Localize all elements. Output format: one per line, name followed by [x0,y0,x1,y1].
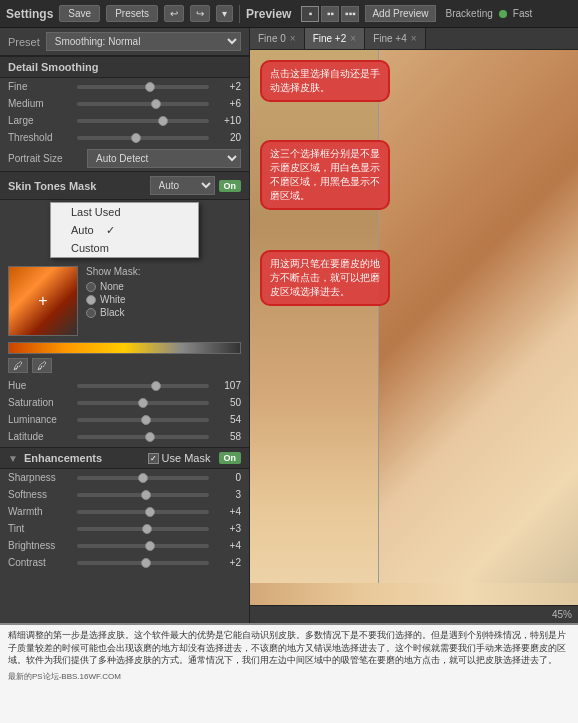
mask-white-radio[interactable] [86,295,96,305]
latitude-track[interactable] [77,435,209,439]
eyedropper-add-button[interactable]: 🖊 [8,358,28,373]
enhancements-on-badge[interactable]: On [219,452,242,464]
use-mask-checkbox[interactable] [148,453,159,464]
preview-image: 点击这里选择自动还是手动选择皮肤。 这三个选择框分别是不显示磨皮区域，用白色显示… [250,50,578,623]
medium-thumb[interactable] [151,99,161,109]
warmth-slider-row: Warmth +4 [0,503,249,520]
luminance-thumb[interactable] [141,415,151,425]
settings-title: Settings [6,7,53,21]
main-layout: Preset Smoothing: Normal Detail Smoothin… [0,28,578,623]
softness-thumb[interactable] [141,490,151,500]
brightness-track[interactable] [77,544,209,548]
tab-fine2[interactable]: Fine +2 × [305,28,365,49]
large-value: +10 [213,115,241,126]
left-panel: Preset Smoothing: Normal Detail Smoothin… [0,28,250,623]
tint-thumb[interactable] [142,524,152,534]
medium-slider-row: Medium +6 [0,95,249,112]
bubble1-text: 点击这里选择自动还是手动选择皮肤。 [270,68,380,93]
undo-button[interactable]: ↩ [164,5,184,22]
mask-black-row[interactable]: Black [86,307,140,318]
zoom-bar: 45% [250,605,578,623]
large-thumb[interactable] [158,116,168,126]
tint-slider-row: Tint +3 [0,520,249,537]
annotation-bubble-3: 用这两只笔在要磨皮的地方不断点击，就可以把磨皮区域选择进去。 [260,250,390,306]
fine-label: Fine [8,81,73,92]
preset-select[interactable]: Smoothing: Normal [46,32,241,51]
saturation-track[interactable] [77,401,209,405]
threshold-thumb[interactable] [131,133,141,143]
mask-black-radio[interactable] [86,308,96,318]
footer-site: 最新的PS论坛-BBS.16WF.COM [8,671,570,682]
brightness-thumb[interactable] [145,541,155,551]
large-track[interactable] [77,119,209,123]
color-swatch[interactable]: + [8,266,78,336]
hue-thumb[interactable] [151,381,161,391]
dropdown-custom[interactable]: Custom [51,239,198,257]
bubble3-text: 用这两只笔在要磨皮的地方不断点击，就可以把磨皮区域选择进去。 [270,258,380,297]
mask-none-radio[interactable] [86,282,96,292]
threshold-slider-row: Threshold 20 [0,129,249,146]
tab-fine4-close[interactable]: × [411,33,417,44]
fine-track[interactable] [77,85,209,89]
luminance-value: 54 [213,414,241,425]
annotation-bubble-2: 这三个选择框分别是不显示磨皮区域，用白色显示不磨区域，用黑色显示不磨区域。 [260,140,390,210]
tint-track[interactable] [77,527,209,531]
presets-button[interactable]: Presets [106,5,158,22]
redo-button[interactable]: ↪ [190,5,210,22]
softness-track[interactable] [77,493,209,497]
hue-value: 107 [213,380,241,391]
saturation-thumb[interactable] [138,398,148,408]
warmth-track[interactable] [77,510,209,514]
medium-label: Medium [8,98,73,109]
color-gradient-bar[interactable] [8,342,241,354]
threshold-track[interactable] [77,136,209,140]
detail-smoothing-header: Detail Smoothing [0,56,249,78]
hue-track[interactable] [77,384,209,388]
arrow-button[interactable]: ▾ [216,5,233,22]
mask-none-row[interactable]: None [86,281,140,292]
hsl-sliders: Hue 107 Saturation 50 Luminance 54 [0,375,249,447]
dropdown-auto[interactable]: Auto [51,221,198,239]
eyedropper-remove-button[interactable]: 🖊 [32,358,52,373]
tab-fine0[interactable]: Fine 0 × [250,28,305,49]
save-button[interactable]: Save [59,5,100,22]
tab-fine0-close[interactable]: × [290,33,296,44]
tab-fine4[interactable]: Fine +4 × [365,28,425,49]
dropdown-last-used[interactable]: Last Used [51,203,198,221]
latitude-thumb[interactable] [145,432,155,442]
contrast-thumb[interactable] [141,558,151,568]
saturation-slider-row: Saturation 50 [0,394,249,411]
skin-tones-select[interactable]: Auto Last Used Custom [150,176,215,195]
enhancements-triangle-icon[interactable]: ▼ [8,453,18,464]
sharpness-track[interactable] [77,476,209,480]
portrait-size-select[interactable]: Auto Detect [87,149,241,168]
fine-thumb[interactable] [145,82,155,92]
tab-fine0-label: Fine 0 [258,33,286,44]
dual-view-button[interactable]: ▪▪ [321,6,339,22]
tabs-row: Fine 0 × Fine +2 × Fine +4 × [250,28,578,50]
contrast-track[interactable] [77,561,209,565]
warmth-value: +4 [213,506,241,517]
triple-view-button[interactable]: ▪▪▪ [341,6,359,22]
fine-slider-row: Fine +2 [0,78,249,95]
latitude-slider-row: Latitude 58 [0,428,249,445]
medium-track[interactable] [77,102,209,106]
portrait-size-row: Portrait Size Auto Detect [0,146,249,171]
mask-white-row[interactable]: White [86,294,140,305]
sharpness-thumb[interactable] [138,473,148,483]
add-preview-button[interactable]: Add Preview [365,5,435,22]
hue-label: Hue [8,380,73,391]
warmth-thumb[interactable] [145,507,155,517]
skin-tones-title: Skin Tones Mask [8,180,146,192]
brightness-label: Brightness [8,540,73,551]
use-mask-checkbox-label[interactable]: Use Mask [148,452,211,464]
skin-on-badge[interactable]: On [219,180,242,192]
luminance-track[interactable] [77,418,209,422]
preset-label: Preset [8,36,40,48]
right-panel: Fine 0 × Fine +2 × Fine +4 × 点击这里选择自动还是手… [250,28,578,623]
show-mask-label: Show Mask: [86,266,140,277]
tint-value: +3 [213,523,241,534]
tab-fine2-close[interactable]: × [350,33,356,44]
separator [239,5,240,23]
single-view-button[interactable]: ▪ [301,6,319,22]
